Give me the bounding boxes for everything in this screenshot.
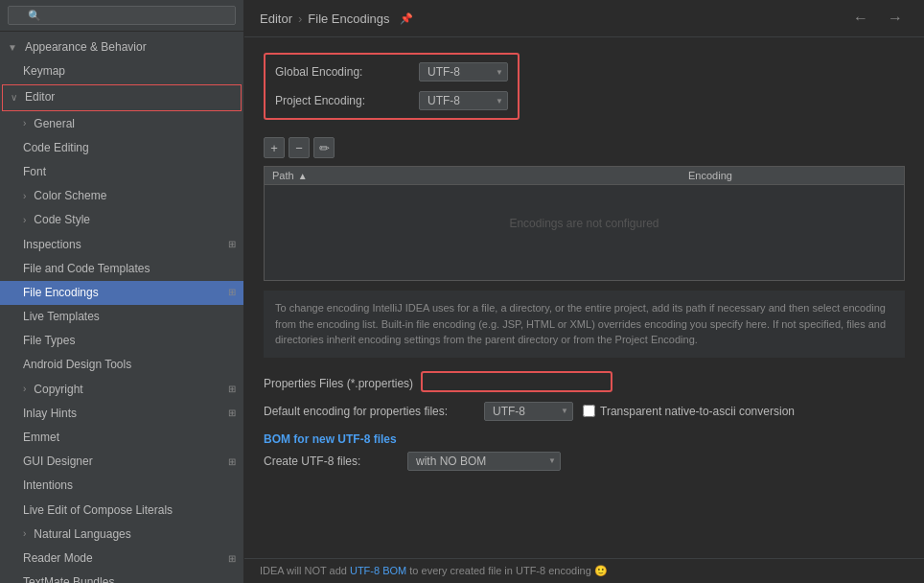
sidebar-item-intentions[interactable]: Intentions [0, 474, 243, 498]
sidebar-label-file-encodings: File Encodings [23, 284, 99, 302]
back-button[interactable]: ← [847, 8, 874, 29]
sidebar-item-copyright[interactable]: › Copyright ⊞ [0, 378, 243, 402]
sidebar-label-intentions: Intentions [23, 477, 73, 495]
sidebar-item-code-editing[interactable]: Code Editing [0, 136, 243, 160]
footer-suffix: to every created file in UTF-8 encoding … [409, 565, 608, 576]
reader-mode-settings-icon: ⊞ [228, 551, 236, 567]
sidebar-item-color-scheme[interactable]: › Color Scheme [0, 184, 243, 208]
pin-icon[interactable]: 📌 [400, 12, 413, 25]
properties-section-title: Properties Files (*.properties) [264, 377, 413, 390]
sidebar-label-code-style: Code Style [34, 211, 90, 229]
table-col-encoding: Encoding [688, 170, 896, 181]
bom-select[interactable]: with NO BOM with BOM with BOM (if applic… [407, 452, 561, 471]
main-panel: Editor › File Encodings 📌 ← → Global Enc… [244, 0, 924, 583]
sidebar-item-font[interactable]: Font [0, 160, 243, 184]
main-header: Editor › File Encodings 📌 ← → [244, 0, 924, 37]
table-col-path: Path ▲ [272, 170, 688, 181]
sidebar-item-file-types[interactable]: File Types [0, 329, 243, 353]
expand-arrow-copyright: › [23, 382, 26, 397]
search-input[interactable] [8, 6, 236, 25]
forward-button[interactable]: → [882, 8, 909, 29]
sidebar-label-gui-designer: GUI Designer [23, 453, 93, 471]
sidebar-label-reader-mode: Reader Mode [23, 549, 93, 568]
sidebar-label-copyright: Copyright [34, 381, 82, 399]
sidebar-tree: ▼ Appearance & Behavior Keymap ∨ Editor [0, 32, 243, 583]
sidebar-item-inspections[interactable]: Inspections ⊞ [0, 233, 243, 257]
transparent-conversion-text: Transparent native-to-ascii conversion [600, 405, 795, 418]
project-encoding-row: Project Encoding: UTF-8 UTF-16 ISO-8859-… [275, 91, 508, 110]
sidebar-item-natural-languages[interactable]: › Natural Languages [0, 523, 243, 547]
sidebar-item-keymap[interactable]: Keymap [0, 59, 243, 83]
copyright-settings-icon: ⊞ [228, 382, 236, 397]
path-col-label: Path [272, 170, 294, 181]
global-encoding-select[interactable]: UTF-8 UTF-16 ISO-8859-1 [419, 62, 508, 82]
sidebar-item-reader-mode[interactable]: Reader Mode ⊞ [0, 547, 243, 571]
sidebar-label-textmate-bundles: TextMate Bundles [23, 573, 114, 583]
sidebar-item-emmet[interactable]: Emmet [0, 426, 243, 450]
sidebar-item-editor[interactable]: ∨ Editor [2, 84, 242, 110]
sidebar-label-appearance: Appearance & Behavior [25, 38, 147, 57]
properties-highlight-box [421, 371, 612, 392]
sidebar-label-keymap: Keymap [23, 62, 65, 81]
sort-arrow-path: ▲ [298, 171, 308, 181]
edit-encoding-button[interactable]: ✏ [313, 137, 335, 158]
sidebar-item-live-edit-compose[interactable]: Live Edit of Compose Literals [0, 499, 243, 523]
bom-section: BOM for new UTF-8 files Create UTF-8 fil… [264, 432, 905, 471]
remove-encoding-button[interactable]: − [289, 137, 310, 158]
project-encoding-select[interactable]: UTF-8 UTF-16 ISO-8859-1 [419, 91, 508, 110]
sidebar-label-android-design-tools: Android Design Tools [23, 356, 131, 374]
sidebar-label-file-types: File Types [23, 332, 75, 350]
properties-encoding-select-wrapper: UTF-8 UTF-16 ISO-8859-1 [484, 402, 573, 421]
sidebar-item-live-templates[interactable]: Live Templates [0, 305, 243, 329]
expand-arrow-color-scheme: › [23, 189, 26, 204]
sidebar-label-natural-languages: Natural Languages [34, 525, 130, 544]
expand-arrow-editor: ∨ [11, 90, 17, 105]
sidebar-item-android-design-tools[interactable]: Android Design Tools [0, 353, 243, 377]
properties-encoding-label: Default encoding for properties files: [264, 405, 474, 418]
sidebar: ▼ Appearance & Behavior Keymap ∨ Editor [0, 0, 244, 583]
file-encoding-table: Path ▲ Encoding Encodings are not config… [264, 166, 905, 281]
project-encoding-select-wrapper: UTF-8 UTF-16 ISO-8859-1 [419, 91, 508, 110]
sidebar-label-color-scheme: Color Scheme [34, 187, 106, 205]
project-encoding-label: Project Encoding: [275, 94, 409, 107]
sidebar-item-general[interactable]: › General [0, 112, 243, 136]
header-actions: ← → [847, 8, 909, 29]
transparent-conversion-label: Transparent native-to-ascii conversion [583, 405, 795, 418]
expand-arrow-appearance: ▼ [8, 40, 17, 56]
sidebar-label-general: General [34, 115, 75, 133]
properties-encoding-select[interactable]: UTF-8 UTF-16 ISO-8859-1 [484, 402, 573, 421]
sidebar-item-inlay-hints[interactable]: Inlay Hints ⊞ [0, 402, 243, 426]
bom-dropdown-wrapper: with NO BOM with BOM with BOM (if applic… [407, 452, 561, 471]
gui-designer-settings-icon: ⊞ [228, 455, 236, 470]
table-header: Path ▲ Encoding [265, 167, 904, 185]
transparent-conversion-checkbox[interactable] [583, 405, 595, 417]
breadcrumb: Editor › File Encodings 📌 [260, 12, 413, 26]
sidebar-search-area [0, 0, 243, 32]
global-encoding-select-wrapper: UTF-8 UTF-16 ISO-8859-1 [419, 62, 508, 82]
sidebar-label-live-templates: Live Templates [23, 308, 100, 326]
sidebar-item-gui-designer[interactable]: GUI Designer ⊞ [0, 450, 243, 474]
sidebar-label-inlay-hints: Inlay Hints [23, 405, 77, 423]
sidebar-item-code-style[interactable]: › Code Style [0, 208, 243, 232]
breadcrumb-current: File Encodings [308, 12, 389, 26]
info-text-box: To change encoding IntelliJ IDEA uses fo… [264, 291, 905, 358]
add-encoding-button[interactable]: + [264, 137, 285, 158]
properties-section: Properties Files (*.properties) Default … [264, 367, 905, 421]
sidebar-label-inspections: Inspections [23, 236, 81, 254]
global-encoding-row: Global Encoding: UTF-8 UTF-16 ISO-8859-1 [275, 62, 508, 82]
bom-section-label: BOM for new UTF-8 files [264, 432, 905, 446]
table-empty-message: Encodings are not configured [265, 185, 904, 262]
sidebar-item-file-code-templates[interactable]: File and Code Templates [0, 257, 243, 281]
sidebar-item-appearance[interactable]: ▼ Appearance & Behavior [0, 35, 243, 59]
properties-encoding-row: Default encoding for properties files: U… [264, 402, 905, 421]
sidebar-item-textmate-bundles[interactable]: TextMate Bundles [0, 571, 243, 583]
bom-row: Create UTF-8 files: with NO BOM with BOM… [264, 452, 905, 471]
file-encodings-settings-icon: ⊞ [228, 285, 236, 300]
footer-prefix: IDEA will NOT add [260, 565, 350, 576]
breadcrumb-separator: › [298, 12, 302, 26]
sidebar-item-file-encodings[interactable]: File Encodings ⊞ [0, 281, 243, 305]
file-encoding-toolbar: + − ✏ [264, 137, 905, 158]
expand-arrow-code-style: › [23, 213, 26, 228]
footer-note: IDEA will NOT add UTF-8 BOM to every cre… [244, 558, 924, 583]
sidebar-label-live-edit-compose: Live Edit of Compose Literals [23, 501, 173, 520]
